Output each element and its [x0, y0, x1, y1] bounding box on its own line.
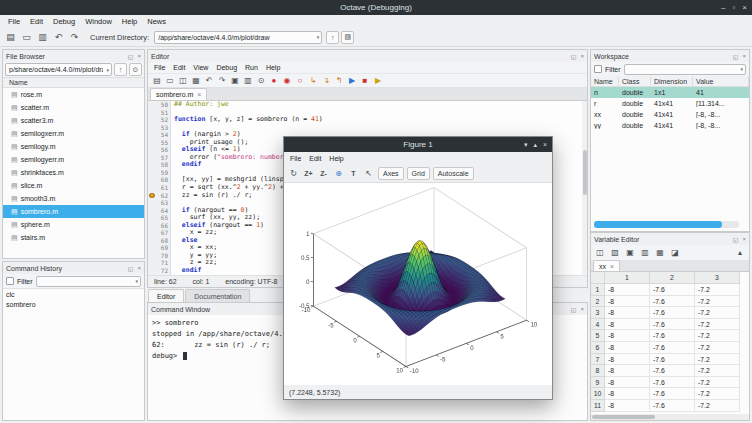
grid-cell[interactable]: -7.2 [695, 365, 740, 377]
workspace-column-name[interactable]: Name [591, 76, 619, 86]
grid-cell[interactable]: -7.6 [650, 365, 695, 377]
grid-row-header[interactable]: 2 [591, 296, 605, 308]
new-script-icon[interactable]: ▤ [4, 31, 17, 44]
grid-cell[interactable]: -7.6 [650, 354, 695, 366]
breakpoint-gutter[interactable] [148, 192, 156, 200]
close-panel-icon[interactable]: × [580, 306, 584, 312]
figure-menu-file[interactable]: File [286, 155, 305, 162]
maximize-icon[interactable]: ▴ [533, 141, 537, 149]
grid-cell[interactable]: -7.6 [650, 377, 695, 389]
paste-icon[interactable]: ▥ [639, 247, 651, 259]
toggle-breakpoint-icon[interactable]: ● [268, 75, 280, 87]
current-directory-input[interactable] [158, 34, 313, 41]
grid-cell[interactable]: -7.6 [650, 284, 695, 296]
grid-cell[interactable]: -7.2 [695, 400, 740, 412]
filter-combo[interactable]: ▾ [36, 276, 141, 287]
grid-cell[interactable]: -8 [605, 307, 650, 319]
window-titlebar[interactable]: Octave (Debugging) –▫× [0, 0, 752, 15]
menu-window[interactable]: Window [80, 16, 117, 27]
menu-file[interactable]: File [3, 16, 25, 27]
collapse-up-icon[interactable]: ▴ [734, 247, 746, 259]
command-history-header[interactable]: Command History ◱× [3, 262, 144, 274]
workspace-row[interactable]: xxdouble41x41[-8, -8... [591, 109, 749, 120]
step-out-icon[interactable]: ↰ [333, 75, 345, 87]
breakpoint-gutter[interactable] [148, 109, 156, 117]
path-combo[interactable]: p/share/octave/4.4.0/m/plot/draw ▾ [5, 63, 112, 76]
step-in-icon[interactable]: ↴ [320, 75, 332, 87]
workspace-column-value[interactable]: Value [693, 76, 749, 86]
filter-checkbox[interactable] [594, 65, 602, 73]
surface-plot[interactable] [284, 183, 552, 384]
grid-cell[interactable]: -7.6 [650, 296, 695, 308]
breakpoint-gutter[interactable] [148, 124, 156, 132]
grid-cell[interactable]: -7.6 [650, 400, 695, 412]
undock-icon[interactable]: ◱ [571, 53, 577, 60]
menu-edit[interactable]: Edit [25, 16, 48, 27]
editor-menu-help[interactable]: Help [262, 64, 284, 71]
close-icon[interactable]: × [742, 4, 747, 12]
chevron-down-icon[interactable]: ▾ [314, 34, 320, 40]
file-item[interactable]: ▤scatter3.m [3, 114, 144, 127]
print-icon[interactable]: ▦ [190, 75, 202, 87]
workspace-row[interactable]: yydouble41x41[-8, -8... [591, 120, 749, 131]
grid-cell[interactable]: -7.2 [695, 307, 740, 319]
insert-text-icon[interactable]: T [347, 167, 360, 180]
editor-header[interactable]: Editor ◱× [148, 50, 587, 62]
shade-icon[interactable]: ▾ [524, 141, 528, 149]
editor-scrollbar[interactable] [582, 101, 587, 275]
figure-window[interactable]: Figure 1 ▾▴× FileEditHelp ↻Z+Z-⊕T↖AxesGr… [283, 136, 553, 400]
menu-debug[interactable]: Debug [48, 16, 80, 27]
grid-cell[interactable]: -8 [605, 377, 650, 389]
copy-icon[interactable]: ▣ [229, 75, 241, 87]
breakpoint-gutter[interactable] [148, 214, 156, 222]
undock-icon[interactable]: ◱ [128, 265, 134, 272]
undock-icon[interactable]: ◱ [128, 53, 134, 60]
find-icon[interactable]: ⊙ [255, 75, 267, 87]
breakpoint-gutter[interactable] [148, 169, 156, 177]
scrollbar-thumb[interactable] [583, 150, 587, 195]
copy-icon[interactable]: ▣ [624, 247, 636, 259]
grid-row-header[interactable]: 9 [591, 377, 605, 389]
breakpoint-gutter[interactable] [148, 222, 156, 230]
breakpoint-gutter[interactable] [148, 161, 156, 169]
grid-cell[interactable]: -8 [605, 400, 650, 412]
menu-news[interactable]: News [142, 16, 171, 27]
breakpoint-gutter[interactable] [148, 131, 156, 139]
file-item[interactable]: ▤smooth3.m [3, 192, 144, 205]
rotate-icon[interactable]: ↻ [287, 167, 300, 180]
grid-cell[interactable]: -8 [605, 296, 650, 308]
grid-row-header[interactable]: 7 [591, 354, 605, 366]
breakpoint-gutter[interactable] [148, 267, 156, 275]
close-panel-icon[interactable]: × [580, 53, 584, 59]
open-file-icon[interactable]: ▭ [20, 31, 33, 44]
breakpoint-gutter[interactable] [148, 199, 156, 207]
file-item[interactable]: ▤slice.m [3, 179, 144, 192]
zoom-in-button[interactable]: Z+ [302, 167, 315, 180]
file-browser-header[interactable]: File Browser ◱× [3, 50, 144, 62]
dir-up-icon[interactable]: ↑ [326, 31, 339, 44]
breakpoint-icon[interactable] [149, 193, 155, 199]
grid-cell[interactable]: -8 [605, 330, 650, 342]
history-item[interactable]: clc [3, 289, 144, 299]
grid-row-header[interactable]: 5 [591, 330, 605, 342]
file-item[interactable]: ▤shrinkfaces.m [3, 166, 144, 179]
chevron-down-icon[interactable]: ▾ [132, 278, 138, 284]
redo-icon[interactable]: ↷ [68, 31, 81, 44]
figure-canvas-area[interactable] [284, 183, 552, 385]
filter-combo[interactable]: ▾ [624, 64, 746, 75]
breakpoint-gutter[interactable] [148, 146, 156, 154]
variable-editor-hscrollbar[interactable] [591, 414, 749, 420]
grid-cell[interactable]: -7.6 [650, 388, 695, 400]
plot-icon[interactable]: ◪ [669, 247, 681, 259]
workspace-row[interactable]: ndouble1x141 [591, 87, 749, 98]
breakpoint-gutter[interactable] [148, 259, 156, 267]
menu-help[interactable]: Help [117, 16, 142, 27]
scrollbar-thumb[interactable] [594, 221, 722, 228]
grid-row-header[interactable]: 6 [591, 342, 605, 354]
breakpoint-gutter[interactable] [148, 176, 156, 184]
zoom-out-button[interactable]: Z- [317, 167, 330, 180]
file-item[interactable]: ▤scatter.m [3, 101, 144, 114]
grid-row-header[interactable]: 3 [591, 307, 605, 319]
save-file-icon[interactable]: ◫ [177, 75, 189, 87]
quit-debug-icon[interactable]: ■ [359, 75, 371, 87]
